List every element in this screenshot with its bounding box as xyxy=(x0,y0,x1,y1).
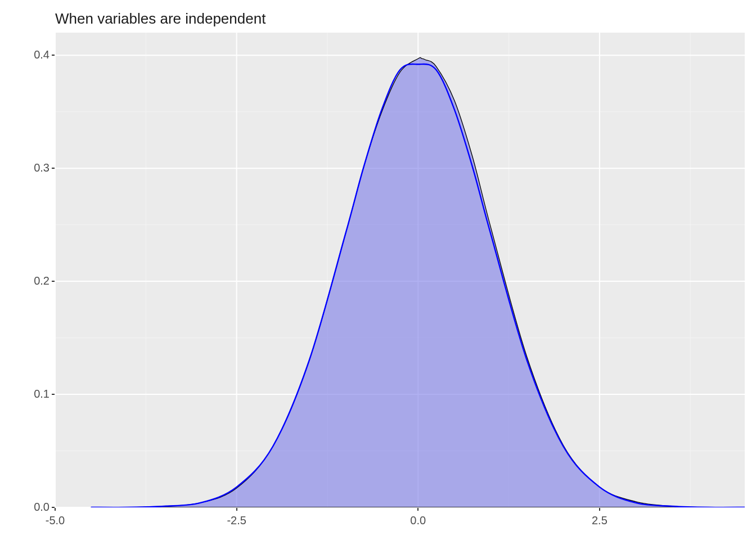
x-tick-label: 0.0 xyxy=(410,514,426,527)
empirical-density-area xyxy=(92,57,745,507)
chart-title: When variables are independent xyxy=(55,10,266,28)
y-tick-mark xyxy=(52,281,55,282)
x-tick-label: -5.0 xyxy=(46,514,65,527)
chart-container: When variables are independent 0.00.10.2… xyxy=(0,0,756,540)
x-tick-label: 2.5 xyxy=(592,514,608,527)
x-tick-mark xyxy=(236,508,237,511)
y-tick-mark xyxy=(52,55,55,56)
x-tick-label: -2.5 xyxy=(227,514,246,527)
y-tick-mark xyxy=(52,394,55,395)
y-tick-label: 0.1 xyxy=(21,388,50,400)
x-tick-mark xyxy=(55,508,56,511)
x-tick-mark xyxy=(599,508,600,511)
y-tick-label: 0.0 xyxy=(21,501,50,514)
plot-area xyxy=(55,33,745,507)
y-tick-label: 0.2 xyxy=(21,274,50,287)
y-tick-mark xyxy=(52,168,55,169)
y-tick-label: 0.4 xyxy=(21,48,50,61)
x-tick-mark xyxy=(417,508,418,511)
plot-svg xyxy=(55,33,745,507)
y-tick-label: 0.3 xyxy=(21,161,50,174)
